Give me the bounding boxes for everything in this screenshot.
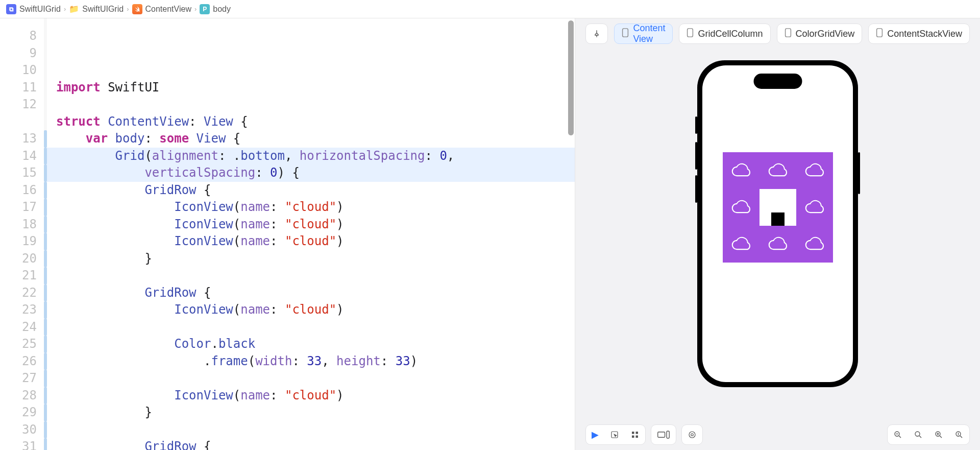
breadcrumb-item[interactable]: ContentView <box>132 4 191 14</box>
cloud-icon <box>803 235 826 253</box>
variant-preview-button[interactable] <box>625 425 645 444</box>
preview-controls-left: ▶ <box>585 424 646 445</box>
line-number: 24 <box>0 319 44 336</box>
swift-file-icon <box>132 4 142 14</box>
chevron-right-icon: › <box>194 5 197 13</box>
code-line[interactable]: GridRow { <box>47 438 575 450</box>
preview-tab-label: Content View <box>633 23 665 44</box>
code-line[interactable]: GridRow { <box>47 182 575 199</box>
breadcrumb-label: SwiftUIGrid <box>82 5 124 14</box>
breadcrumb-item[interactable]: 📁SwiftUIGrid <box>69 4 124 14</box>
breadcrumb: ⧉SwiftUIGrid›📁SwiftUIGrid›ContentView›Pb… <box>0 0 980 18</box>
cloud-icon <box>729 235 753 253</box>
line-number: 15 <box>0 164 44 182</box>
code-line[interactable] <box>47 319 575 336</box>
code-line[interactable]: IconView(name: "cloud") <box>47 216 575 233</box>
dynamic-island <box>753 74 802 89</box>
code-line[interactable] <box>47 267 575 285</box>
code-line[interactable]: } <box>47 404 575 421</box>
code-line[interactable]: struct ContentView: View { <box>47 113 575 131</box>
svg-rect-8 <box>636 436 639 438</box>
phone-icon <box>876 28 883 39</box>
black-square <box>771 212 785 226</box>
code-line[interactable]: var body: some View { <box>47 130 575 148</box>
line-number: 20 <box>0 250 44 268</box>
phone-icon <box>622 28 629 39</box>
line-number: 31 <box>0 438 44 450</box>
preview-tabbar: Content ViewGridCellColumnColorGridViewC… <box>575 18 980 49</box>
line-number: 26 <box>0 353 44 370</box>
line-number: 19 <box>0 233 44 250</box>
svg-point-12 <box>691 434 694 436</box>
zoom-in-button[interactable] <box>928 425 949 444</box>
svg-rect-2 <box>785 29 791 37</box>
code-line[interactable] <box>47 421 575 439</box>
svg-rect-1 <box>688 29 693 37</box>
line-number: 10 <box>0 62 44 79</box>
code-line[interactable]: IconView(name: "cloud") <box>47 387 575 405</box>
code-line[interactable]: Grid(alignment: .bottom, horizontalSpaci… <box>47 148 575 165</box>
line-number: 27 <box>0 370 44 387</box>
line-number: 9 <box>0 45 44 62</box>
code-line[interactable]: Color.black <box>47 336 575 353</box>
svg-point-14 <box>915 432 920 436</box>
preview-tab-label: ColorGridView <box>796 29 855 39</box>
code-line[interactable]: IconView(name: "cloud") <box>47 301 575 319</box>
phone-side-button <box>695 116 697 134</box>
cloud-icon <box>729 162 753 179</box>
property-icon: P <box>200 4 210 14</box>
zoom-controls <box>887 424 970 445</box>
breadcrumb-label: ContentView <box>145 5 191 14</box>
phone-icon <box>687 28 694 39</box>
grid-preview <box>723 152 833 263</box>
zoom-fit-button[interactable] <box>949 425 969 444</box>
selectable-preview-button[interactable] <box>604 425 625 444</box>
line-number: 28 <box>0 387 44 405</box>
cloud-icon <box>803 199 826 216</box>
svg-rect-0 <box>623 29 628 37</box>
preview-tab[interactable]: Content View <box>614 23 673 44</box>
code-line[interactable]: } <box>47 250 575 268</box>
phone-side-button <box>695 142 697 170</box>
line-number: 8 <box>0 28 44 45</box>
preview-pane: Content ViewGridCellColumnColorGridViewC… <box>575 18 980 450</box>
zoom-out-button[interactable] <box>908 425 928 444</box>
preview-tab[interactable]: GridCellColumn <box>679 23 770 44</box>
preview-toolbar: ▶ <box>575 419 980 450</box>
code-line[interactable]: IconView(name: "cloud") <box>47 199 575 216</box>
project-icon: ⧉ <box>6 4 16 14</box>
pin-icon <box>592 29 601 38</box>
svg-rect-10 <box>667 431 669 438</box>
line-number <box>0 113 44 131</box>
breadcrumb-label: body <box>213 5 231 14</box>
code-editor[interactable]: 8910111213141516171819202122232425262728… <box>0 18 575 450</box>
svg-point-11 <box>689 432 695 438</box>
preview-tab-label: GridCellColumn <box>698 29 763 39</box>
breadcrumb-item[interactable]: ⧉SwiftUIGrid <box>6 4 61 14</box>
device-settings-button[interactable] <box>651 424 676 445</box>
cloud-icon <box>766 162 790 179</box>
code-line[interactable]: import SwiftUI <box>47 79 575 97</box>
code-line[interactable]: GridRow { <box>47 285 575 302</box>
line-number: 25 <box>0 336 44 353</box>
line-number: 11 <box>0 79 44 97</box>
line-number: 14 <box>0 148 44 165</box>
pin-preview-button[interactable] <box>585 23 608 44</box>
grid-center-cell <box>760 189 796 226</box>
code-line[interactable]: .frame(width: 33, height: 33) <box>47 353 575 370</box>
breadcrumb-item[interactable]: Pbody <box>200 4 231 14</box>
svg-rect-5 <box>632 432 634 434</box>
live-preview-button[interactable]: ▶ <box>586 425 604 444</box>
code-line[interactable] <box>47 96 575 113</box>
code-line[interactable]: verticalSpacing: 0) { <box>47 164 575 182</box>
iphone-frame <box>697 60 858 387</box>
code-line[interactable]: IconView(name: "cloud") <box>47 233 575 250</box>
preview-tab[interactable]: ColorGridView <box>777 23 863 44</box>
cloud-icon <box>766 235 790 253</box>
preview-tab[interactable]: ContentStackView <box>868 23 970 44</box>
phone-screen[interactable] <box>702 65 853 382</box>
code-line[interactable] <box>47 370 575 387</box>
preview-settings-button[interactable] <box>681 424 703 445</box>
code-area[interactable]: import SwiftUIstruct ContentView: View {… <box>47 18 575 450</box>
zoom-out-full-button[interactable] <box>888 425 908 444</box>
